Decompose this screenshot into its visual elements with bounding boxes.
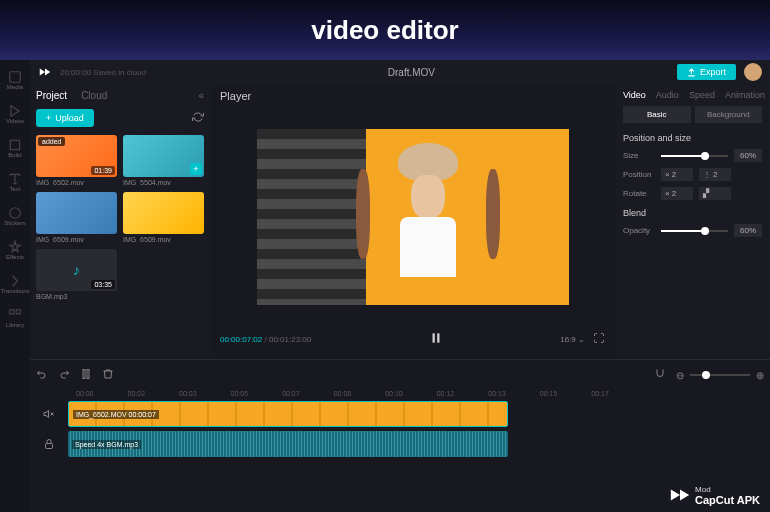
library-tabs: Project Cloud «	[36, 90, 204, 101]
upload-button[interactable]: +Upload	[36, 109, 94, 127]
zoom-slider[interactable]	[690, 374, 750, 376]
thumb-filename: IMG_6502.mov	[36, 179, 117, 186]
zoom-out-icon[interactable]: ⊖	[676, 370, 684, 381]
audio-track: Speed 4x BGM.mp3	[36, 431, 764, 457]
lock-icon[interactable]	[36, 438, 62, 450]
user-avatar[interactable]	[744, 63, 762, 81]
size-value[interactable]: 60%	[734, 149, 762, 162]
video-clip[interactable]: IMG_6502.MOV 00:00:07	[68, 401, 508, 427]
media-thumb[interactable]: IMG_6509.mov	[36, 192, 117, 243]
delete-icon[interactable]	[102, 368, 114, 382]
app-root: Media Videos Build Text Stickers Effects…	[0, 60, 770, 512]
subtab-basic[interactable]: Basic	[623, 106, 691, 123]
svg-rect-2	[10, 140, 19, 149]
properties-panel: Video Audio Speed Animation Basic Backgr…	[615, 84, 770, 359]
zoom-in-icon[interactable]: ⊕	[756, 370, 764, 381]
position-x-input[interactable]: × 2	[661, 168, 693, 181]
time-ruler[interactable]: 00:0000:0200:0300:0500:0700:0800:1000:12…	[36, 388, 764, 401]
svg-rect-4	[10, 310, 14, 314]
audio-clip[interactable]: Speed 4x BGM.mp3	[68, 431, 508, 457]
music-note-icon: ♪	[73, 262, 80, 278]
redo-icon[interactable]	[58, 368, 70, 382]
tab-project[interactable]: Project	[36, 90, 67, 101]
banner: video editor	[0, 0, 770, 60]
player-panel: Player 00:00:07:02 / 00:01:23:00 16:9 ⌄	[210, 84, 615, 359]
refresh-icon[interactable]	[192, 111, 204, 125]
middle-row: Project Cloud « +Upload added01:39 IMG_6…	[30, 84, 770, 359]
fullscreen-icon[interactable]	[593, 332, 605, 346]
mute-icon[interactable]	[36, 408, 62, 420]
svg-rect-5	[16, 310, 20, 314]
project-title: Draft.MOV	[154, 67, 669, 78]
media-thumb[interactable]: added01:39 IMG_6502.mov	[36, 135, 117, 186]
chevron-down-icon: ⌄	[578, 335, 585, 344]
undo-icon[interactable]	[36, 368, 48, 382]
video-track: IMG_6502.MOV 00:00:07	[36, 401, 764, 427]
thumb-filename: IMG_6509.mov	[123, 236, 204, 243]
section-position-size: Position and size	[623, 133, 762, 143]
rail-transitions[interactable]: Transitions	[0, 274, 29, 294]
svg-rect-6	[432, 333, 434, 342]
rail-effects[interactable]: Effects	[6, 240, 24, 260]
banner-title: video editor	[311, 15, 458, 46]
position-y-input[interactable]: ⋮ 2	[699, 168, 731, 181]
opacity-row: Opacity 60%	[623, 224, 762, 237]
rotate-label: Rotate	[623, 189, 655, 198]
subtab-background[interactable]: Background	[695, 106, 763, 123]
tab-cloud[interactable]: Cloud	[81, 90, 107, 101]
app-logo-icon	[38, 65, 52, 79]
upload-row: +Upload	[36, 109, 204, 127]
capcut-logo-icon	[669, 484, 691, 506]
media-library: Project Cloud « +Upload added01:39 IMG_6…	[30, 84, 210, 359]
tab-speed[interactable]: Speed	[689, 90, 715, 100]
media-thumb[interactable]: ♪03:35 BGM.mp3	[36, 249, 117, 300]
timeline-panel: ⊖ ⊕ 00:0000:0200:0300:0500:0700:0800:100…	[30, 359, 770, 512]
rail-library[interactable]: Library	[6, 308, 24, 328]
thumb-filename: BGM.mp3	[36, 293, 117, 300]
svg-rect-9	[87, 370, 89, 379]
position-label: Position	[623, 170, 655, 179]
tab-animation[interactable]: Animation	[725, 90, 765, 100]
size-slider[interactable]	[661, 155, 728, 157]
player-heading: Player	[220, 90, 605, 102]
svg-rect-8	[83, 370, 85, 379]
timecode: 00:00:07:02 / 00:01:23:00	[220, 335, 311, 344]
opacity-value[interactable]: 60%	[734, 224, 762, 237]
rail-build[interactable]: Build	[8, 138, 22, 158]
rotate-input[interactable]: × 2	[661, 187, 693, 200]
rotate-reset-icon[interactable]: ▞	[699, 187, 731, 200]
rail-videos[interactable]: Videos	[6, 104, 24, 124]
magnet-icon[interactable]	[654, 368, 666, 382]
preview-viewport[interactable]	[220, 108, 605, 325]
thumbnail-grid: added01:39 IMG_6502.mov + IMG_5504.mov I…	[36, 135, 204, 300]
export-button[interactable]: Export	[677, 64, 736, 80]
svg-rect-10	[46, 444, 53, 449]
sub-tabs: Basic Background	[623, 106, 762, 123]
save-status: 20:00:00 Saved in cloud	[60, 68, 146, 77]
collapse-icon[interactable]: «	[198, 90, 204, 101]
aspect-ratio-selector[interactable]: 16:9 ⌄	[560, 335, 585, 344]
media-thumb[interactable]: IMG_6509.mov	[123, 192, 204, 243]
add-icon[interactable]: +	[190, 163, 202, 175]
preview-frame	[257, 129, 569, 305]
svg-point-3	[10, 208, 21, 219]
timeline-zoom: ⊖ ⊕	[676, 370, 764, 381]
player-controls: 00:00:07:02 / 00:01:23:00 16:9 ⌄	[220, 325, 605, 353]
panel-tabs: Video Audio Speed Animation	[623, 90, 762, 100]
split-icon[interactable]	[80, 368, 92, 382]
tab-video[interactable]: Video	[623, 90, 646, 100]
opacity-label: Opacity	[623, 226, 655, 235]
rail-stickers[interactable]: Stickers	[4, 206, 25, 226]
main-area: 20:00:00 Saved in cloud Draft.MOV Export…	[30, 60, 770, 512]
pause-button[interactable]	[429, 331, 443, 347]
opacity-slider[interactable]	[661, 230, 728, 232]
rail-media[interactable]: Media	[7, 70, 23, 90]
svg-marker-1	[11, 106, 19, 117]
media-thumb[interactable]: + IMG_5504.mov	[123, 135, 204, 186]
tracks: IMG_6502.MOV 00:00:07 Speed 4x BGM.mp3	[36, 401, 764, 457]
svg-rect-7	[437, 333, 439, 342]
svg-rect-0	[10, 72, 21, 83]
thumb-filename: IMG_5504.mov	[123, 179, 204, 186]
tab-audio[interactable]: Audio	[656, 90, 679, 100]
rail-text[interactable]: Text	[8, 172, 22, 192]
